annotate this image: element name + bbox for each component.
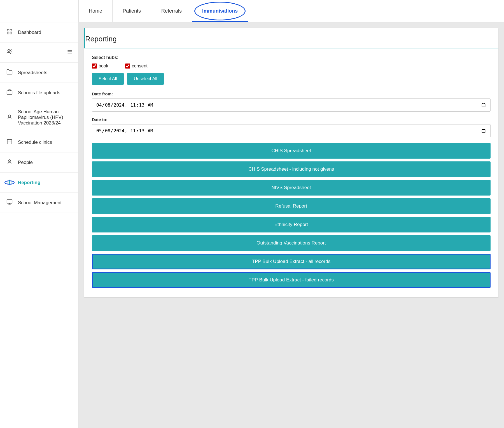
hamburger-icon[interactable] — [67, 49, 73, 56]
tpp-bulk-upload-failed-button[interactable]: TPP Bulk Upload Extract - failed records — [92, 272, 491, 288]
ethnicity-report-button[interactable]: Ethnicity Report — [92, 217, 491, 232]
sidebar-item-people[interactable]: People — [0, 152, 78, 173]
svg-rect-2 — [7, 32, 9, 34]
sidebar-item-schools-file-uploads[interactable]: Schools file uploads — [0, 83, 78, 103]
reporting-icon — [6, 179, 13, 186]
chis-spreadsheet-not-givens-button[interactable]: CHIS Spreadsheet - including not givens — [92, 161, 491, 177]
date-to-input[interactable] — [92, 124, 491, 137]
hub-book-label: book — [99, 64, 108, 69]
school-management-icon — [6, 199, 13, 206]
svg-point-15 — [8, 160, 10, 162]
svg-point-5 — [11, 50, 12, 51]
refusal-report-button[interactable]: Refusal Report — [92, 198, 491, 214]
svg-rect-1 — [10, 29, 12, 31]
sidebar-label-reporting: Reporting — [18, 180, 40, 185]
hub-consent-checkbox[interactable] — [125, 64, 130, 69]
hub-consent-label: consent — [132, 64, 148, 69]
sidebar-label-school-management: School Management — [18, 200, 62, 206]
content-inner: Reporting Select hubs: book consent Sele… — [84, 28, 498, 297]
date-from-input[interactable] — [92, 98, 491, 112]
main-layout: Dashboard Spreadsheets Schools file uplo… — [0, 22, 504, 428]
hpv-icon — [6, 114, 13, 121]
select-all-button[interactable]: Select All — [92, 73, 124, 85]
nivs-spreadsheet-button[interactable]: NIVS Spreadsheet — [92, 180, 491, 196]
sidebar: Dashboard Spreadsheets Schools file uplo… — [0, 22, 78, 428]
sidebar-label-people: People — [18, 160, 33, 165]
svg-rect-11 — [7, 140, 12, 144]
sidebar-label-dashboard: Dashboard — [18, 30, 41, 35]
sidebar-label-hpv: School Age Human Papillomavirus (HPV) Va… — [18, 109, 73, 126]
nav-home[interactable]: Home — [78, 0, 113, 22]
sidebar-item-reporting[interactable]: Reporting — [0, 173, 78, 193]
content-body: Select hubs: book consent Select All Uns… — [84, 48, 498, 297]
sidebar-label-spreadsheets: Spreadsheets — [18, 70, 47, 76]
nav-patients[interactable]: Patients — [113, 0, 151, 22]
svg-rect-9 — [7, 91, 12, 94]
schools-file-uploads-icon — [6, 89, 13, 97]
content-area: Reporting Select hubs: book consent Sele… — [78, 22, 504, 428]
sidebar-label-schedule-clinics: Schedule clinics — [18, 140, 52, 145]
svg-rect-0 — [7, 29, 9, 31]
date-to-label: Date to: — [92, 117, 491, 122]
people-group-icon — [6, 49, 13, 56]
svg-point-4 — [8, 50, 10, 51]
sidebar-item-people-group[interactable] — [0, 43, 78, 63]
svg-rect-19 — [7, 200, 12, 203]
tpp-bulk-upload-all-button[interactable]: TPP Bulk Upload Extract - all records — [92, 254, 491, 269]
svg-point-10 — [8, 115, 10, 117]
hub-consent-checkbox-label[interactable]: consent — [125, 64, 148, 69]
select-buttons-row: Select All Unselect All — [92, 73, 491, 85]
page-title: Reporting — [85, 35, 491, 43]
hub-book-checkbox[interactable] — [92, 64, 97, 69]
dashboard-icon — [6, 29, 13, 36]
content-header: Reporting — [84, 28, 498, 48]
date-from-label: Date from: — [92, 91, 491, 96]
sidebar-item-hpv[interactable]: School Age Human Papillomavirus (HPV) Va… — [0, 103, 78, 132]
sidebar-item-spreadsheets[interactable]: Spreadsheets — [0, 63, 78, 83]
sidebar-item-schedule-clinics[interactable]: Schedule clinics — [0, 132, 78, 152]
spreadsheets-icon — [6, 69, 13, 76]
nav-immunisations[interactable]: Immunisations — [192, 0, 248, 22]
chis-spreadsheet-button[interactable]: CHIS Spreadsheet — [92, 143, 491, 159]
svg-rect-3 — [10, 32, 12, 34]
select-hubs-label: Select hubs: — [92, 55, 491, 60]
people-icon — [6, 159, 13, 166]
sidebar-item-dashboard[interactable]: Dashboard — [0, 22, 78, 43]
sidebar-item-school-management[interactable]: School Management — [0, 193, 78, 213]
outstanding-vaccinations-report-button[interactable]: Outstanding Vaccinations Report — [92, 235, 491, 251]
hubs-checkboxes: book consent — [92, 64, 491, 69]
unselect-all-button[interactable]: Unselect All — [127, 73, 164, 85]
hub-book-checkbox-label[interactable]: book — [92, 64, 108, 69]
nav-referrals[interactable]: Referrals — [151, 0, 192, 22]
schedule-clinics-icon — [6, 138, 13, 146]
top-navigation: Home Patients Referrals Immunisations — [0, 0, 504, 22]
sidebar-label-schools-file-uploads: Schools file uploads — [18, 90, 60, 96]
